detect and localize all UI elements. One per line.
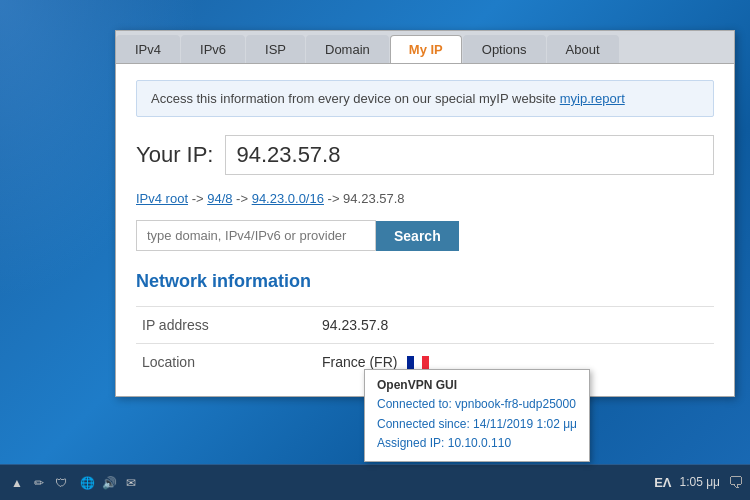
tab-isp[interactable]: ISP (246, 35, 305, 63)
pencil-icon[interactable]: ✏ (30, 474, 48, 492)
tab-bar: IPv4 IPv6 ISP Domain My IP Options About (116, 31, 734, 64)
breadcrumb-link2[interactable]: 94.23.0.0/16 (252, 191, 324, 206)
vpn-tooltip-title: OpenVPN GUI (377, 378, 577, 392)
breadcrumb: IPv4 root -> 94/8 -> 94.23.0.0/16 -> 94.… (136, 191, 714, 206)
search-input[interactable] (136, 220, 376, 251)
taskbar-system-tray-left: ▲ ✏ 🛡 (8, 474, 70, 492)
taskbar-right: ΕΛ 1:05 μμ 🗨 (654, 474, 744, 492)
search-button[interactable]: Search (376, 221, 459, 251)
search-row: Search (136, 220, 714, 251)
ip-section: Your IP: 94.23.57.8 (136, 135, 714, 175)
ip-label: Your IP: (136, 142, 213, 168)
vpn-tooltip: OpenVPN GUI Connected to: vpnbook-fr8-ud… (364, 369, 590, 462)
ip-address-label: IP address (136, 307, 316, 344)
info-banner-text: Access this information from every devic… (151, 91, 560, 106)
content-area: Access this information from every devic… (116, 64, 734, 396)
breadcrumb-arrow2: -> (233, 191, 252, 206)
vpn-connected-to: Connected to: vpnbook-fr8-udp25000 (377, 395, 577, 414)
table-row-ip: IP address 94.23.57.8 (136, 307, 714, 344)
speaker-icon[interactable]: 🔊 (100, 474, 118, 492)
info-banner: Access this information from every devic… (136, 80, 714, 117)
taskbar-app-icons: 🌐 🔊 ✉ (78, 474, 140, 492)
tab-domain[interactable]: Domain (306, 35, 389, 63)
vpn-value-assigned: 10.10.0.110 (448, 436, 511, 450)
vpn-value-since: 14/11/2019 1:02 μμ (473, 417, 577, 431)
vpn-label-connected: Connected to: (377, 397, 455, 411)
caret-up-icon[interactable]: ▲ (8, 474, 26, 492)
network-icon[interactable]: 🌐 (78, 474, 96, 492)
tab-options[interactable]: Options (463, 35, 546, 63)
vpn-value-server: vpnbook-fr8-udp25000 (455, 397, 576, 411)
vpn-assigned-ip: Assigned IP: 10.10.0.110 (377, 434, 577, 453)
tab-ipv6[interactable]: IPv6 (181, 35, 245, 63)
tab-myip[interactable]: My IP (390, 35, 462, 63)
vpn-icon[interactable]: 🛡 (52, 474, 70, 492)
taskbar: ▲ ✏ 🛡 🌐 🔊 ✉ ΕΛ 1:05 μμ 🗨 (0, 464, 750, 500)
vpn-label-assigned: Assigned IP: (377, 436, 448, 450)
browser-window: IPv4 IPv6 ISP Domain My IP Options About… (115, 30, 735, 397)
tab-ipv4[interactable]: IPv4 (116, 35, 180, 63)
breadcrumb-arrow1: -> (188, 191, 207, 206)
breadcrumb-link1[interactable]: 94/8 (207, 191, 232, 206)
location-label: Location (136, 344, 316, 381)
ipv4-root-link[interactable]: IPv4 root (136, 191, 188, 206)
breadcrumb-suffix: 94.23.57.8 (343, 191, 404, 206)
ip-value-box: 94.23.57.8 (225, 135, 714, 175)
mail-icon[interactable]: ✉ (122, 474, 140, 492)
taskbar-language[interactable]: ΕΛ (654, 475, 671, 490)
breadcrumb-arrow3: -> (324, 191, 343, 206)
ip-address-value: 94.23.57.8 (316, 307, 714, 344)
taskbar-left: ▲ ✏ 🛡 🌐 🔊 ✉ (8, 474, 140, 492)
notification-icon[interactable]: 🗨 (728, 474, 744, 492)
taskbar-time: 1:05 μμ (679, 475, 720, 491)
vpn-connected-since: Connected since: 14/11/2019 1:02 μμ (377, 415, 577, 434)
france-flag-icon (407, 356, 429, 370)
myip-report-link[interactable]: myip.report (560, 91, 625, 106)
tab-about[interactable]: About (547, 35, 619, 63)
vpn-label-since: Connected since: (377, 417, 473, 431)
network-info-title: Network information (136, 271, 714, 292)
